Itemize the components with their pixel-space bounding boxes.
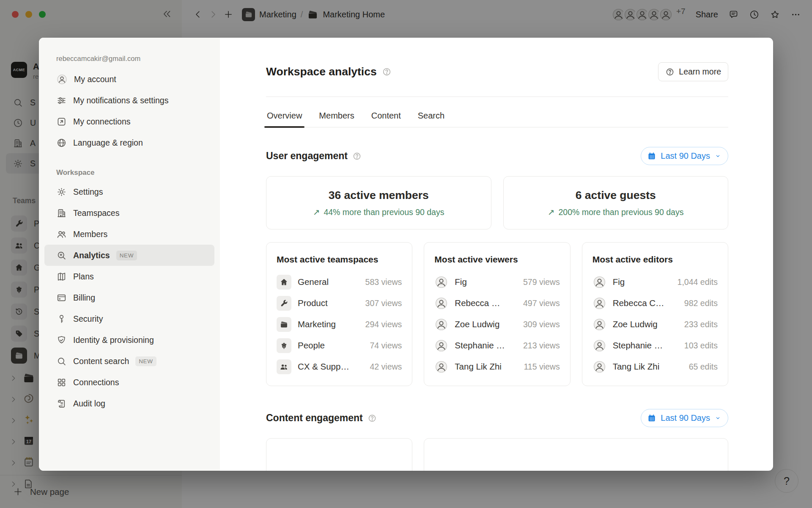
row-value: 74 views	[370, 341, 402, 351]
stat-value: 36 active members	[329, 189, 429, 202]
row-name: Fig	[455, 277, 517, 287]
trend-up-icon: ↗	[313, 207, 320, 217]
row-name: Zoe Ludwig	[455, 319, 517, 329]
row-value: 294 views	[365, 320, 402, 329]
settings-modal: rebeccamcakir@gmail.com My account My no…	[39, 38, 773, 471]
active-guests-card: 6 active guests ↗ 200% more than previou…	[503, 176, 729, 229]
sliders-icon	[56, 95, 67, 106]
settings-item-billing[interactable]: Billing	[44, 287, 214, 308]
table-row[interactable]: People 74 views	[277, 335, 402, 356]
table-row[interactable]: Zoe Ludwig 309 views	[434, 314, 560, 335]
table-row[interactable]: Tang Lik Zhi 115 views	[434, 356, 560, 377]
question-circle-icon	[665, 67, 675, 77]
table-row[interactable]: Rebecca … 497 views	[434, 293, 560, 314]
row-name: Fig	[613, 277, 671, 287]
tab-search[interactable]: Search	[417, 105, 445, 127]
avatar	[434, 360, 448, 374]
row-value: 42 views	[370, 362, 402, 372]
most-active-teamspaces-card: Most active teamspaces General 583 views…	[266, 242, 412, 386]
settings-item-connections[interactable]: Connections	[44, 372, 214, 393]
date-range-label: Last 90 Days	[661, 413, 710, 423]
learn-more-button[interactable]: Learn more	[658, 62, 728, 81]
settings-item-audit-log[interactable]: Audit log	[44, 393, 214, 414]
settings-item-content-search[interactable]: Content search NEW	[44, 351, 214, 372]
row-value: 65 edits	[689, 362, 718, 372]
new-badge: NEW	[135, 356, 156, 366]
help-question-icon[interactable]	[368, 414, 377, 423]
avatar	[434, 296, 448, 310]
date-range-dropdown[interactable]: Last 90 Days	[641, 147, 728, 165]
row-name: Zoe Ludwig	[613, 319, 678, 329]
table-row[interactable]: Fig 579 views	[434, 271, 560, 293]
row-value: 115 views	[524, 362, 560, 372]
settings-item-label: My notifications & settings	[73, 96, 168, 105]
settings-item-label: Content search	[73, 356, 129, 366]
settings-item-settings[interactable]: Settings	[44, 181, 214, 202]
settings-item-label: Members	[73, 229, 107, 239]
table-row[interactable]: Product 307 views	[277, 293, 402, 314]
settings-item-my-account[interactable]: My account	[44, 69, 214, 90]
settings-item-my-connections[interactable]: My connections	[44, 111, 214, 132]
content-engagement-card	[424, 438, 728, 471]
table-row[interactable]: General 583 views	[277, 271, 402, 293]
table-row[interactable]: Rebecca C… 982 edits	[593, 293, 718, 314]
row-value: 1,044 edits	[678, 277, 718, 287]
credit-card-icon	[56, 293, 67, 303]
settings-item-identity-provisioning[interactable]: Identity & provisioning	[44, 329, 214, 351]
account-email: rebeccamcakir@gmail.com	[56, 55, 214, 63]
tab-members[interactable]: Members	[318, 105, 355, 127]
row-name: Rebecca C…	[613, 298, 678, 308]
row-value: 579 views	[523, 277, 560, 287]
settings-item-analytics[interactable]: Analytics NEW	[44, 245, 214, 266]
page-title: Workspace analytics	[266, 65, 377, 78]
settings-item-security[interactable]: Security	[44, 308, 214, 329]
table-row[interactable]: Zoe Ludwig 233 edits	[593, 314, 718, 335]
settings-item-notifications[interactable]: My notifications & settings	[44, 90, 214, 111]
table-row[interactable]: CX & Supp… 42 views	[277, 356, 402, 377]
user-avatar	[56, 74, 68, 85]
people-icon	[277, 359, 291, 374]
avatar	[593, 275, 606, 289]
tab-overview[interactable]: Overview	[266, 105, 303, 127]
settings-item-teamspaces[interactable]: Teamspaces	[44, 202, 214, 224]
table-row[interactable]: Stephanie … 103 edits	[593, 335, 718, 356]
row-name: People	[298, 340, 363, 351]
help-question-icon[interactable]	[352, 152, 362, 161]
board-title: Most active viewers	[434, 254, 560, 265]
clapperboard-icon	[277, 317, 291, 332]
shield-check-icon	[56, 335, 67, 345]
table-row[interactable]: Marketing 294 views	[277, 314, 402, 335]
avatar	[434, 275, 448, 289]
settings-item-language-region[interactable]: Language & region	[44, 132, 214, 153]
new-badge: NEW	[116, 251, 137, 260]
wrench-icon	[277, 296, 291, 311]
scroll-icon	[56, 398, 67, 409]
table-row[interactable]: Fig 1,044 edits	[593, 271, 718, 293]
board-title: Most active teamspaces	[277, 254, 402, 265]
analytics-tabs: Overview Members Content Search	[266, 105, 728, 127]
map-icon	[56, 271, 67, 282]
most-active-editors-card: Most active editors Fig 1,044 edits Rebe…	[582, 242, 728, 386]
row-name: General	[298, 277, 359, 287]
help-question-icon[interactable]	[382, 67, 392, 77]
row-value: 309 views	[523, 320, 560, 329]
date-range-label: Last 90 Days	[661, 151, 710, 161]
stat-delta-text: 44% more than previous 90 days	[324, 207, 444, 217]
date-range-dropdown[interactable]: Last 90 Days	[641, 409, 728, 427]
settings-item-label: Plans	[73, 272, 94, 282]
settings-item-label: Language & region	[73, 138, 143, 148]
settings-item-plans[interactable]: Plans	[44, 266, 214, 287]
globe-icon	[56, 138, 67, 148]
tab-content[interactable]: Content	[370, 105, 402, 127]
table-row[interactable]: Tang Lik Zhi 65 edits	[593, 356, 718, 377]
avatar	[593, 318, 606, 331]
row-value: 213 views	[523, 341, 560, 351]
avatar	[593, 296, 606, 310]
gear-icon	[56, 187, 67, 197]
analytics-panel: Workspace analytics Learn more Overview …	[220, 38, 773, 471]
user-engagement-title: User engagement	[266, 150, 348, 162]
grid-icon	[56, 377, 67, 388]
settings-item-members[interactable]: Members	[44, 224, 214, 245]
table-row[interactable]: Stephanie … 213 views	[434, 335, 560, 356]
active-members-card: 36 active members ↗ 44% more than previo…	[266, 176, 491, 229]
